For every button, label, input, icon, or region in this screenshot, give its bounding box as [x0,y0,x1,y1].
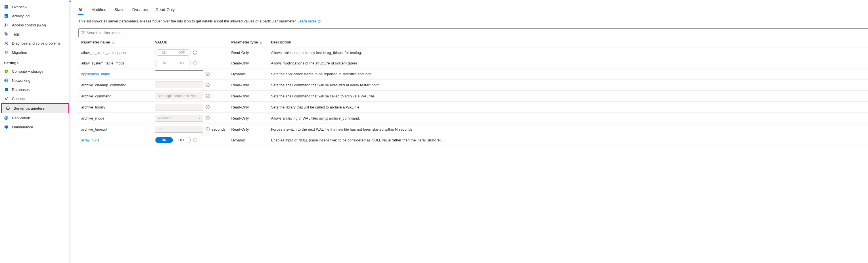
search-input[interactable] [87,30,865,36]
parameter-name-link[interactable]: application_name [81,72,110,76]
info-icon[interactable]: i [193,61,197,65]
toggle-switch: ONOFF [155,50,191,56]
table-row: archive_cleanup_commandiRead-OnlySets th… [79,80,868,91]
sidebar-item-networking[interactable]: Networking [0,76,70,85]
parameter-name-link[interactable]: array_nulls [81,138,99,142]
svg-rect-6 [5,17,6,17]
tab-all[interactable]: All [79,5,84,15]
info-icon[interactable]: i [206,94,210,98]
replication-icon [4,116,8,120]
parameter-name: archive_mode [81,116,104,120]
sidebar-item-compute-storage[interactable]: Compute + storage [0,67,70,76]
sidebar-item-label: Databases [12,87,30,92]
info-icon[interactable]: i [206,105,210,109]
parameter-type: Read-Only [228,48,268,58]
sidebar-item-maintenance[interactable]: Maintenance [0,122,70,132]
parameter-description: Sets the application name to be reported… [268,68,868,80]
parameter-description: Allows archiving of WAL files using arch… [268,113,868,124]
sidebar-item-label: Maintenance [12,125,33,129]
sidebar-item-label: Connect [12,96,26,101]
sidebar-item-overview[interactable]: Overview [0,2,70,11]
info-icon[interactable]: i [206,116,210,120]
parameter-description: Allows modifications of the structure of… [268,58,868,68]
parameter-type: Read-Only [228,102,268,113]
tab-static[interactable]: Static [115,5,124,15]
sidebar-item-migration[interactable]: Migration [0,48,70,57]
learn-more-link[interactable]: Learn more [298,19,321,23]
intro-text: This list shows all server parameters. P… [79,19,868,23]
maintenance-icon [4,125,8,129]
col-value-label: VALUE [155,40,167,44]
diagnose-icon [4,41,8,46]
sidebar-item-replication[interactable]: Replication [0,113,70,122]
svg-rect-2 [5,7,7,7]
info-icon[interactable]: i [206,83,210,87]
value-input [155,82,203,88]
toggle-switch: ONOFF [155,60,191,66]
external-link-icon [317,20,321,23]
svg-rect-5 [5,16,7,16]
scrollbar[interactable] [69,0,70,263]
col-description: Description [268,37,868,48]
table-row: allow_in_place_tablespacesONOFFiRead-Onl… [79,48,868,58]
parameter-description: Allows tablespaces directly inside pg_tb… [268,48,868,58]
sidebar-item-tags[interactable]: Tags [0,30,70,39]
parameter-type: Read-Only [228,91,268,102]
parameter-type: Read-Only [228,124,268,135]
sidebar-item-label: Networking [12,78,30,83]
sidebar-item-connect[interactable]: Connect [0,94,70,103]
sidebar-item-access-control[interactable]: Access control (IAM) [0,21,70,30]
col-type-label: Parameter type [231,40,258,44]
parameter-description: Sets the shell command that will be exec… [268,80,868,91]
parameter-name: archive_timeout [81,127,107,132]
svg-point-9 [5,33,6,33]
parameter-name: archive_command [81,94,111,98]
table-row: archive_timeoutisecondsRead-OnlyForces a… [79,124,868,135]
highlight-server-parameters: Server parameters [1,103,69,113]
sidebar: Overview Activity log Access control (IA… [0,0,70,263]
tab-dynamic[interactable]: Dynamic [132,5,148,15]
tab-modified[interactable]: Modified [91,5,106,15]
svg-rect-19 [4,125,8,128]
compute-storage-icon [4,69,8,74]
migration-icon [4,50,8,55]
toggle-switch[interactable]: ONOFF [155,137,191,143]
col-parameter-type[interactable]: Parameter type↑↓ [228,37,268,48]
info-icon[interactable]: i [206,72,210,76]
tags-icon [4,32,8,36]
col-name-label: Parameter name [81,40,110,44]
sidebar-item-activity-log[interactable]: Activity log [0,11,70,21]
table-row: array_nullsONOFFiDynamicEnables input of… [79,135,868,145]
sidebar-item-label: Activity log [12,14,30,18]
parameter-type: Dynamic [228,68,268,80]
connect-icon [4,96,8,101]
svg-point-7 [5,24,6,25]
sidebar-item-label: Compute + storage [12,69,43,74]
overview-icon [4,4,8,9]
value-suffix: seconds [212,127,225,132]
parameter-description: Sets the library that will be called to … [268,102,868,113]
parameter-type: Read-Only [228,113,268,124]
value-input [155,126,203,133]
parameter-description: Sets the shell command that will be call… [268,91,868,102]
table-row: archive_libraryiRead-OnlySets the librar… [79,102,868,113]
learn-more-label: Learn more [298,19,316,23]
info-icon[interactable]: i [193,138,197,142]
sidebar-item-label: Replication [12,116,30,120]
sidebar-item-diagnose[interactable]: Diagnose and solve problems [0,39,70,48]
sidebar-item-databases[interactable]: Databases [0,85,70,94]
access-control-icon [4,23,8,27]
parameter-type: Read-Only [228,58,268,68]
tab-read-only[interactable]: Read-Only [156,5,175,15]
svg-rect-1 [5,6,7,6]
activity-log-icon [4,13,8,18]
svg-point-8 [7,24,8,26]
sidebar-item-server-parameters[interactable]: Server parameters [2,104,68,113]
col-parameter-name[interactable]: Parameter name↑↓ [79,37,152,48]
intro-text-span: This list shows all server parameters. P… [79,19,298,23]
info-icon[interactable]: i [206,127,210,131]
search-filter[interactable] [79,28,868,37]
value-input[interactable] [155,70,203,77]
info-icon[interactable]: i [193,51,197,55]
svg-rect-20 [6,128,7,129]
